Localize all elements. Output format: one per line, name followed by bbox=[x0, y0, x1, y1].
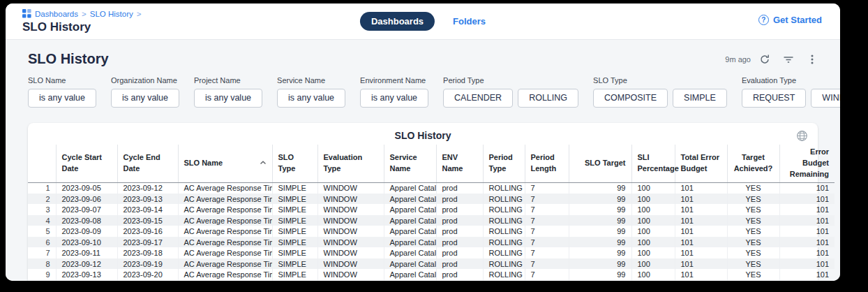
slo-history-table: Cycle Start DateCycle End DateSLO NameSL… bbox=[28, 145, 835, 281]
column-header-label: Error Budget Remaining bbox=[790, 147, 829, 178]
column-header-cycle-end-date[interactable]: Cycle End Date bbox=[117, 145, 178, 182]
filter-group-evaluation-type: Evaluation TypeREQUESTWINDOW bbox=[742, 76, 840, 108]
cell-total-error-budget: 101 bbox=[675, 247, 727, 258]
cell-env-name: prod bbox=[436, 237, 483, 248]
column-header-sli-percentage[interactable]: SLI Percentage bbox=[631, 145, 675, 182]
cell-evaluation-type: WINDOW bbox=[317, 247, 384, 258]
cell-total-error-budget: 101 bbox=[675, 258, 727, 270]
cell-error-budget-remaining: 101 bbox=[779, 280, 835, 281]
cell-target-achieved: YES bbox=[727, 182, 779, 194]
filter-group-environment-name: Environment Nameis any value bbox=[360, 76, 428, 108]
cell-evaluation-type: WINDOW bbox=[317, 269, 384, 280]
column-header-evaluation-type[interactable]: Evaluation Type bbox=[317, 145, 384, 182]
filter-label: Service Name bbox=[277, 76, 345, 85]
column-header-service-name[interactable]: Service Name bbox=[384, 145, 436, 182]
get-started-button[interactable]: ? Get Started bbox=[758, 15, 822, 25]
tab-folders[interactable]: Folders bbox=[453, 16, 486, 27]
cell-slo-target: 99 bbox=[569, 204, 631, 215]
cell-cycle-start-date: 2023-09-10 bbox=[56, 237, 117, 248]
filter-chip-calender[interactable]: CALENDER bbox=[443, 89, 513, 108]
cell-service-name: Apparel Catal... bbox=[384, 237, 436, 248]
filter-label: Evaluation Type bbox=[742, 76, 840, 85]
tab-dashboards[interactable]: Dashboards bbox=[360, 12, 435, 31]
filter-chip-is-any-value[interactable]: is any value bbox=[277, 89, 345, 108]
cell-error-budget-remaining: 101 bbox=[779, 204, 835, 215]
filter-chip-is-any-value[interactable]: is any value bbox=[28, 89, 96, 108]
cell-target-achieved: YES bbox=[727, 280, 779, 281]
cell-slo-name: AC Average Response Time bbox=[178, 280, 272, 281]
column-header-env-name[interactable]: ENV Name bbox=[436, 145, 483, 182]
cell-env-name: prod bbox=[436, 258, 483, 270]
filter-chip-rolling[interactable]: ROLLING bbox=[518, 89, 578, 108]
column-header-error-budget-remaining[interactable]: Error Budget Remaining bbox=[779, 145, 835, 182]
filter-group-project-name: Project Nameis any value bbox=[194, 76, 262, 108]
breadcrumb-item-slo-history[interactable]: SLO History bbox=[90, 10, 133, 18]
dashboard-content: SLO History 9m ago SLO Nameis any valueO… bbox=[6, 40, 840, 281]
cell-slo-target: 99 bbox=[569, 215, 631, 226]
filter-label: Period Type bbox=[443, 76, 578, 85]
column-header-period-length[interactable]: Period Length bbox=[525, 145, 569, 182]
cell-cycle-end-date: 2023-09-17 bbox=[117, 237, 178, 248]
cell-env-name: prod bbox=[436, 247, 483, 258]
globe-icon bbox=[796, 130, 808, 145]
cell-slo-type: SIMPLE bbox=[272, 204, 317, 215]
filter-chip-is-any-value[interactable]: is any value bbox=[111, 89, 179, 108]
column-header-target-achieved[interactable]: Target Achieved? bbox=[727, 145, 779, 182]
filter-label: SLO Name bbox=[28, 76, 96, 85]
top-bar: Dashboards > SLO History > SLO History D… bbox=[6, 3, 840, 40]
cell-error-budget-remaining: 101 bbox=[779, 194, 835, 205]
filter-chip-simple[interactable]: SIMPLE bbox=[673, 89, 727, 108]
filter-chip-is-any-value[interactable]: is any value bbox=[194, 89, 262, 108]
column-header-label: Period Type bbox=[489, 153, 513, 173]
filter-chip-request[interactable]: REQUEST bbox=[742, 89, 806, 108]
cell-period-type: ROLLING bbox=[483, 258, 525, 270]
table-row: 62023-09-102023-09-17AC Average Response… bbox=[28, 237, 835, 248]
filter-chips: is any value bbox=[28, 89, 96, 108]
cell-slo-type: SIMPLE bbox=[272, 247, 317, 258]
more-menu-icon[interactable] bbox=[807, 54, 818, 65]
column-header-slo-target[interactable]: SLO Target bbox=[569, 145, 631, 182]
filter-chips: is any value bbox=[277, 89, 345, 108]
filter-icon[interactable] bbox=[783, 54, 794, 65]
row-index: 10 bbox=[28, 280, 56, 281]
refresh-icon[interactable] bbox=[759, 54, 770, 65]
filter-label: Project Name bbox=[194, 76, 262, 85]
cell-slo-target: 99 bbox=[569, 194, 631, 205]
filter-chip-window[interactable]: WINDOW bbox=[811, 89, 840, 108]
cell-evaluation-type: WINDOW bbox=[317, 258, 384, 270]
cell-service-name: Apparel Catal... bbox=[384, 269, 436, 280]
column-header-period-type[interactable]: Period Type bbox=[483, 145, 525, 182]
cell-slo-type: SIMPLE bbox=[272, 237, 317, 248]
cell-cycle-end-date: 2023-09-20 bbox=[117, 269, 178, 280]
cell-period-type: ROLLING bbox=[483, 247, 525, 258]
get-started-label: Get Started bbox=[773, 15, 822, 25]
column-header-total-error-budget[interactable]: Total Error Budget bbox=[675, 145, 727, 182]
cell-slo-target: 99 bbox=[569, 237, 631, 248]
cell-slo-type: SIMPLE bbox=[272, 194, 317, 205]
column-header-label: SLO Name bbox=[184, 158, 223, 169]
column-header-slo-type[interactable]: SLO Type bbox=[272, 145, 317, 182]
cell-error-budget-remaining: 101 bbox=[779, 269, 835, 280]
cell-cycle-start-date: 2023-09-08 bbox=[56, 215, 117, 226]
cell-slo-type: SIMPLE bbox=[272, 226, 317, 237]
page-title: SLO History bbox=[22, 20, 91, 34]
filter-chip-is-any-value[interactable]: is any value bbox=[360, 89, 428, 108]
column-header-label: Period Length bbox=[531, 153, 557, 173]
filter-bar: SLO Nameis any valueOrganization Nameis … bbox=[28, 76, 818, 108]
cell-total-error-budget: 101 bbox=[675, 237, 727, 248]
filter-group-period-type: Period TypeCALENDERROLLING bbox=[443, 76, 578, 108]
cell-cycle-end-date: 2023-09-15 bbox=[117, 215, 178, 226]
cell-sli-percentage: 100 bbox=[631, 226, 675, 237]
filter-chip-composite[interactable]: COMPOSITE bbox=[593, 89, 668, 108]
dashboard-header: SLO History 9m ago bbox=[28, 51, 818, 67]
breadcrumb-item-dashboards[interactable]: Dashboards bbox=[35, 10, 78, 18]
cell-sli-percentage: 100 bbox=[631, 182, 675, 194]
cell-total-error-budget: 101 bbox=[675, 194, 727, 205]
column-header-slo-name[interactable]: SLO Name bbox=[178, 145, 272, 182]
cell-period-type: ROLLING bbox=[483, 237, 525, 248]
cell-period-length: 7 bbox=[525, 204, 569, 215]
cell-evaluation-type: WINDOW bbox=[317, 194, 384, 205]
cell-env-name: prod bbox=[436, 215, 483, 226]
cell-cycle-end-date: 2023-09-12 bbox=[117, 182, 178, 194]
column-header-cycle-start-date[interactable]: Cycle Start Date bbox=[56, 145, 117, 182]
